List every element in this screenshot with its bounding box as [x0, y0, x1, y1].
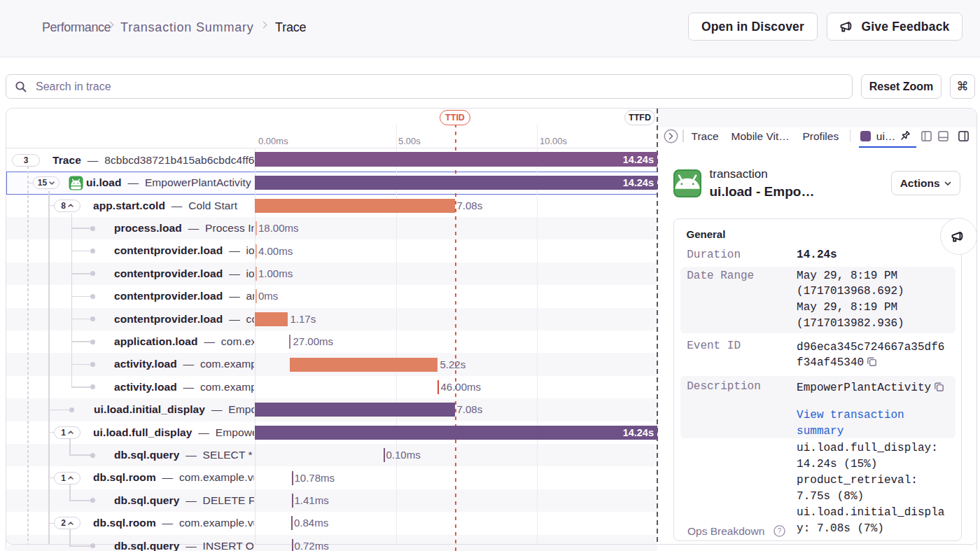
svg-text:?: ? [778, 527, 782, 535]
